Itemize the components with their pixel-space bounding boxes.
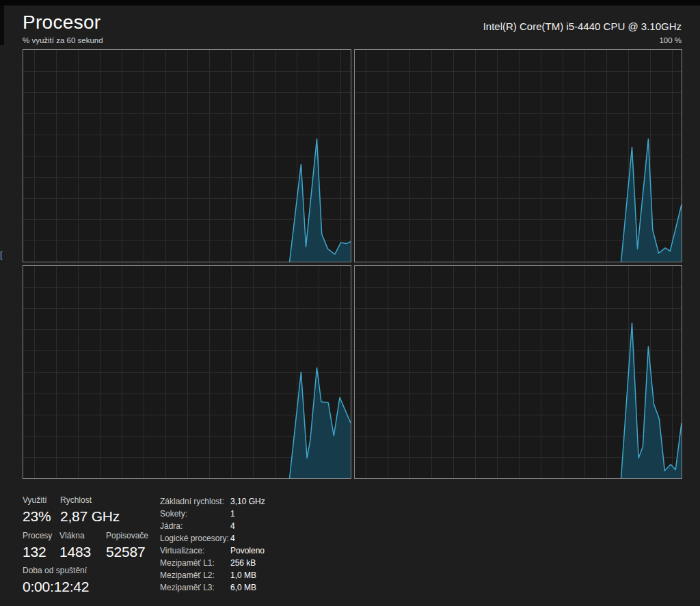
detail-row: Mezipaměť L1:256 kB <box>160 558 265 570</box>
cpu-usage-graph-core-0[interactable] <box>23 49 351 262</box>
page-title: Procesor <box>23 12 100 33</box>
cpu-usage-graph-core-1[interactable] <box>354 49 682 262</box>
usage-plot <box>355 50 682 262</box>
cpu-model-label: Intel(R) Core(TM) i5-4440 CPU @ 3.10GHz <box>483 20 682 32</box>
usage-plot <box>355 266 682 478</box>
graph-max-label: 100 % <box>659 36 682 44</box>
stat-uptime-value: 0:00:12:42 <box>23 579 89 594</box>
stat-threads-label: Vlákna <box>59 531 91 540</box>
stat-utilization: Využití 23% <box>23 495 51 524</box>
stat-processes: Procesy 132 <box>23 531 52 560</box>
detail-row: Virtualizace:Povoleno <box>160 546 265 558</box>
detail-label: Logické procesory: <box>160 534 230 546</box>
stat-utilization-value: 23% <box>23 508 51 524</box>
detail-label: Mezipaměť L2: <box>160 570 230 583</box>
stat-uptime-label: Doba od spuštění <box>23 566 89 575</box>
usage-plot <box>23 266 351 478</box>
stat-speed-value: 2,87 GHz <box>60 508 120 524</box>
stat-speed-label: Rychlost <box>60 495 120 505</box>
stat-handles-label: Popisovače <box>106 531 148 540</box>
stat-utilization-label: Využití <box>23 495 51 505</box>
detail-label: Virtualizace: <box>160 546 230 558</box>
stat-processes-value: 132 <box>23 544 52 560</box>
cpu-usage-graph-core-2[interactable] <box>23 265 351 479</box>
graph-axis-row: % využití za 60 sekund 100 % <box>23 36 682 44</box>
detail-row: Základní rychlost:3,10 GHz <box>160 497 265 509</box>
detail-label: Mezipaměť L3: <box>160 583 230 595</box>
detail-value: 256 kB <box>230 558 256 570</box>
detail-value: 1 <box>230 509 235 521</box>
detail-value: 4 <box>230 521 235 534</box>
detail-row: Jádra:4 <box>160 521 265 534</box>
window-top-strip <box>0 0 700 5</box>
detail-row: Mezipaměť L2:1,0 MB <box>160 570 265 583</box>
taskmanager-cpu-pane: [ Procesor Intel(R) Core(TM) i5-4440 CPU… <box>0 0 700 606</box>
left-edge-artifact: [ <box>0 250 3 259</box>
stat-threads: Vlákna 1483 <box>59 531 91 560</box>
stat-uptime: Doba od spuštění 0:00:12:42 <box>23 566 89 594</box>
detail-label: Mezipaměť L1: <box>160 558 230 570</box>
stat-handles-value: 52587 <box>106 544 148 560</box>
cpu-usage-graph-core-3[interactable] <box>354 265 682 479</box>
graph-window-label: % využití za 60 sekund <box>23 36 103 44</box>
usage-plot <box>23 50 351 262</box>
detail-value: 3,10 GHz <box>230 497 265 509</box>
detail-value: 1,0 MB <box>230 570 256 583</box>
detail-row: Mezipaměť L3:6,0 MB <box>160 583 265 595</box>
detail-row: Logické procesory:4 <box>160 534 265 546</box>
detail-label: Základní rychlost: <box>160 497 230 509</box>
stat-processes-label: Procesy <box>23 531 52 540</box>
stat-handles: Popisovače 52587 <box>106 531 148 560</box>
stat-speed: Rychlost 2,87 GHz <box>60 495 120 524</box>
detail-label: Jádra: <box>160 521 230 534</box>
detail-value: 4 <box>230 534 235 546</box>
detail-row: Sokety:1 <box>160 509 265 521</box>
left-edge-strip <box>0 5 4 45</box>
detail-value: Povoleno <box>230 546 265 558</box>
detail-value: 6,0 MB <box>230 583 256 595</box>
cpu-details-list: Základní rychlost:3,10 GHzSokety:1Jádra:… <box>160 497 265 595</box>
detail-label: Sokety: <box>160 509 230 521</box>
stat-threads-value: 1483 <box>59 544 91 560</box>
